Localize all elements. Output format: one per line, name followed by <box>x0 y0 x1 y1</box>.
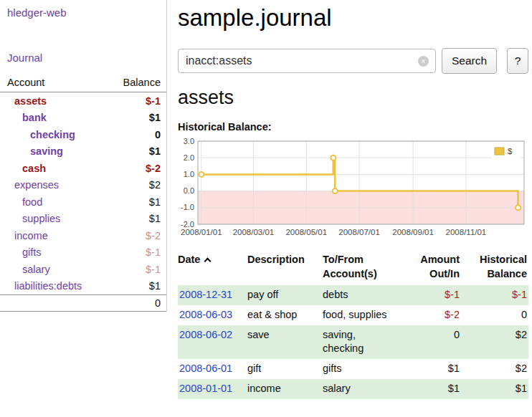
column-header-date[interactable]: Date <box>178 251 247 285</box>
search-input[interactable] <box>178 49 436 73</box>
column-description-label: Description <box>247 252 323 267</box>
account-row: cash$-2 <box>0 160 166 177</box>
transaction-accounts-line: saving, <box>323 328 405 342</box>
total-balance: 0 <box>155 297 161 309</box>
account-link[interactable]: liabilities:debts <box>0 280 82 292</box>
data-point-marker <box>516 205 521 210</box>
transaction-date-link[interactable]: 2008-12-31 <box>179 289 232 300</box>
account-row: liabilities:debts$1 <box>0 278 166 295</box>
account-balance: $1 <box>149 145 161 157</box>
y-tick-label: 3.0 <box>184 138 194 145</box>
column-amount-label-line1: Amount <box>405 252 460 267</box>
column-header-balance: Historical Balance <box>461 251 528 285</box>
accounts-table: Account Balance assets$-1bank$1checking0… <box>0 75 166 312</box>
historical-balance-chart: 3.02.01.00.0-1.0-2.02008/01/012008/03/01… <box>178 138 528 239</box>
account-link[interactable]: gifts <box>0 246 42 258</box>
transaction-description: income <box>247 379 323 399</box>
legend-label: $ <box>508 147 513 155</box>
account-link[interactable]: supplies <box>0 213 60 224</box>
column-header-amount: Amount Out/In <box>405 251 461 285</box>
account-row: income$-2 <box>0 227 166 244</box>
account-heading: assets <box>178 87 528 109</box>
transaction-date-cell: 2008-01-01 <box>178 379 247 399</box>
account-link[interactable]: income <box>0 230 48 241</box>
account-column-label: Account <box>7 77 44 88</box>
account-balance: $1 <box>149 213 161 224</box>
transaction-description: pay off <box>247 285 323 305</box>
register-table: Date Description To/From Account(s) Amou… <box>178 251 528 399</box>
x-tick-label: 2008/03/01 <box>233 228 275 236</box>
transaction-accounts-line: debts <box>323 288 405 302</box>
transaction-amount: $-1 <box>405 285 461 305</box>
column-accounts-label-line1: To/From <box>323 252 405 267</box>
account-link[interactable]: salary <box>0 264 50 275</box>
account-row: saving$1 <box>0 143 166 160</box>
column-balance-label-line2: Balance <box>461 267 527 281</box>
y-tick-label: 2.0 <box>184 153 194 162</box>
column-header-accounts: To/From Account(s) <box>323 251 405 285</box>
account-link[interactable]: expenses <box>0 179 59 191</box>
transaction-date-link[interactable]: 2008-06-03 <box>179 309 232 320</box>
transaction-date-link[interactable]: 2008-06-02 <box>179 329 232 340</box>
y-tick-label: -2.0 <box>181 220 194 229</box>
account-link[interactable]: bank <box>0 112 47 123</box>
x-tick-label: 2008/09/01 <box>392 228 434 236</box>
data-point-marker <box>199 172 204 177</box>
column-date-label: Date <box>178 254 200 265</box>
transaction-amount: 0 <box>405 325 461 359</box>
account-row: gifts$-1 <box>0 244 166 262</box>
transaction-balance: 0 <box>461 305 528 325</box>
column-amount-label-line2: Out/In <box>405 267 460 281</box>
account-balance: $-1 <box>146 246 161 258</box>
sidebar: hledger-web Journal Account Balance asse… <box>0 0 167 312</box>
account-balance: $-2 <box>146 230 161 241</box>
register-row: 2008-06-03eat & shopfood, supplies$-20 <box>178 305 528 325</box>
transaction-date-link[interactable]: 2008-01-01 <box>179 383 232 394</box>
y-tick-label: 1.0 <box>184 170 194 178</box>
x-tick-label: 2008/07/01 <box>338 228 380 236</box>
transaction-date-cell: 2008-06-02 <box>178 325 247 359</box>
transaction-date-cell: 2008-06-01 <box>178 359 247 379</box>
transaction-accounts: saving,checking <box>323 325 405 359</box>
transaction-balance: $2 <box>461 359 528 379</box>
account-link[interactable]: saving <box>0 145 63 157</box>
y-tick-label: -1.0 <box>181 203 194 211</box>
account-balance: $1 <box>149 280 161 292</box>
account-balance: $1 <box>149 196 161 208</box>
transaction-amount: $1 <box>405 379 461 399</box>
balance-column-label: Balance <box>123 77 161 88</box>
main-content: sample.journal × Search ? assets Histori… <box>178 0 528 399</box>
transaction-description: eat & shop <box>247 305 323 325</box>
transaction-accounts: salary <box>323 379 405 399</box>
search-button[interactable]: Search <box>442 48 497 74</box>
transaction-accounts-line: salary <box>323 382 405 396</box>
data-point-marker <box>331 155 336 160</box>
transaction-balance: $-1 <box>461 285 528 305</box>
account-balance: $-1 <box>146 95 161 107</box>
column-balance-label-line1: Historical <box>461 252 527 267</box>
x-tick-label: 2008/11/01 <box>446 228 487 236</box>
account-row: bank$1 <box>0 110 166 127</box>
transaction-accounts: food, supplies <box>323 305 405 325</box>
transaction-description: gift <box>247 359 323 379</box>
transaction-amount: $-2 <box>405 305 461 325</box>
accounts-total-row: 0 <box>0 294 166 312</box>
register-row: 2008-01-01incomesalary$1$1 <box>178 379 528 399</box>
register-row: 2008-12-31pay offdebts$-1$-1 <box>178 285 528 305</box>
chart-title-label: Historical Balance: <box>178 121 528 133</box>
register-row: 2008-06-01giftgifts$1$2 <box>178 359 528 379</box>
search-box: × <box>178 49 436 73</box>
account-link[interactable]: assets <box>0 95 47 107</box>
sidebar-item-journal[interactable]: Journal <box>7 52 166 64</box>
help-button[interactable]: ? <box>507 48 528 74</box>
app-title-link[interactable]: hledger-web <box>7 6 166 19</box>
clear-search-icon[interactable]: × <box>418 56 429 67</box>
balance-chart-svg: 3.02.01.00.0-1.0-2.02008/01/012008/03/01… <box>178 138 528 239</box>
account-balance: $1 <box>149 112 161 123</box>
account-link[interactable]: checking <box>0 129 75 140</box>
y-tick-label: 0.0 <box>184 186 194 195</box>
transaction-accounts-line: gifts <box>323 362 405 375</box>
account-link[interactable]: food <box>0 196 42 208</box>
account-link[interactable]: cash <box>0 163 46 174</box>
transaction-date-link[interactable]: 2008-06-01 <box>179 363 232 374</box>
